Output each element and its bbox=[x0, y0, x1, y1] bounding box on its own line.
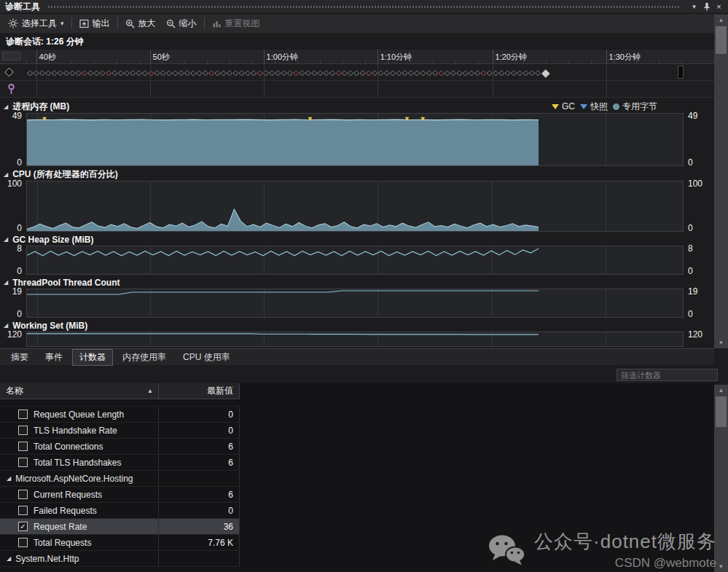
event-diamond[interactable]: ◇ bbox=[93, 64, 99, 80]
event-diamond[interactable]: ◇ bbox=[142, 64, 148, 80]
event-diamond[interactable]: ◇ bbox=[402, 64, 407, 80]
counter-checkbox[interactable]: ✓ bbox=[18, 522, 28, 531]
counter-row[interactable]: Current Requests6 bbox=[0, 487, 240, 503]
tab-summary[interactable]: 摘要 bbox=[4, 349, 36, 366]
event-diamond[interactable]: ◇ bbox=[57, 64, 63, 80]
counter-row[interactable]: Total Connections6 bbox=[0, 439, 240, 455]
scrollbar-thumb[interactable] bbox=[716, 26, 727, 54]
event-diamond[interactable]: ◇ bbox=[27, 64, 33, 80]
counter-checkbox[interactable] bbox=[18, 426, 28, 435]
event-diamond[interactable]: ◇ bbox=[275, 64, 281, 80]
event-diamond[interactable]: ◇ bbox=[517, 64, 522, 80]
event-diamond[interactable]: ◇ bbox=[196, 64, 202, 80]
event-diamond[interactable]: ◇ bbox=[511, 64, 517, 80]
event-diamond[interactable]: ◇ bbox=[208, 64, 214, 80]
scroll-up-arrow[interactable]: ▲ bbox=[714, 15, 728, 26]
event-diamond[interactable]: ◇ bbox=[348, 64, 353, 80]
filter-counters-input[interactable] bbox=[617, 369, 718, 381]
working-set-chart[interactable] bbox=[26, 332, 684, 347]
event-diamond[interactable]: ◇ bbox=[238, 64, 244, 80]
tab-events[interactable]: 事件 bbox=[38, 349, 70, 366]
event-diamond[interactable]: ◇ bbox=[469, 64, 474, 80]
event-diamond[interactable]: ◇ bbox=[438, 64, 444, 80]
event-diamond[interactable]: ◇ bbox=[82, 64, 87, 80]
event-diamond[interactable]: ◇ bbox=[420, 64, 426, 80]
zoom-out-button[interactable]: 缩小 bbox=[161, 15, 202, 32]
counter-row[interactable]: ✓Request Rate36 bbox=[0, 519, 240, 535]
event-diamond[interactable]: ◇ bbox=[190, 64, 196, 80]
event-diamond[interactable]: ◇ bbox=[324, 64, 329, 80]
collapse-icon[interactable]: ◢ bbox=[4, 279, 8, 286]
event-diamond[interactable]: ◇ bbox=[341, 64, 347, 80]
scroll-down-arrow[interactable]: ▼ bbox=[714, 337, 728, 348]
counter-row[interactable]: Failed Requests0 bbox=[0, 503, 240, 519]
gc-heap-chart[interactable] bbox=[26, 246, 684, 275]
cpu-chart[interactable] bbox=[26, 181, 684, 232]
charts-scrollbar[interactable]: ▲ ▼ bbox=[714, 15, 728, 348]
titlebar-grip[interactable] bbox=[47, 5, 681, 9]
track-end-handle[interactable] bbox=[678, 66, 684, 79]
zoom-in-button[interactable]: 放大 bbox=[120, 15, 161, 32]
event-diamond[interactable]: ◇ bbox=[214, 64, 220, 80]
counter-row[interactable]: Total TLS Handshakes6 bbox=[0, 455, 240, 471]
event-diamond[interactable]: ◇ bbox=[329, 64, 335, 80]
event-diamond[interactable]: ◇ bbox=[414, 64, 420, 80]
event-diamond[interactable]: ◇ bbox=[75, 64, 81, 80]
scrollbar-thumb[interactable] bbox=[716, 396, 727, 427]
event-diamond[interactable]: ◇ bbox=[51, 64, 57, 80]
event-diamond[interactable]: ◇ bbox=[408, 64, 414, 80]
event-diamond[interactable]: ◇ bbox=[522, 64, 528, 80]
event-diamond[interactable]: ◇ bbox=[269, 64, 275, 80]
select-tool-button[interactable]: 选择工具 ▾ bbox=[3, 15, 69, 32]
tab-counters[interactable]: 计数器 bbox=[72, 349, 113, 366]
event-diamond[interactable]: ◆ bbox=[541, 64, 550, 80]
event-diamond[interactable]: ◇ bbox=[396, 64, 402, 80]
event-diamond[interactable]: ◇ bbox=[293, 64, 299, 80]
event-diamond[interactable]: ◇ bbox=[245, 64, 251, 80]
counter-group-row[interactable]: ◢Microsoft.AspNetCore.Hosting bbox=[0, 471, 240, 487]
event-diamond[interactable]: ◇ bbox=[63, 64, 69, 80]
event-diamond[interactable]: ◇ bbox=[111, 64, 117, 80]
event-diamond[interactable]: ◇ bbox=[529, 64, 535, 80]
window-menu-button[interactable]: ▾ bbox=[688, 1, 700, 12]
event-diamond[interactable]: ◇ bbox=[160, 64, 166, 80]
event-diamond[interactable]: ◇ bbox=[462, 64, 468, 80]
counter-checkbox[interactable] bbox=[18, 458, 28, 467]
event-diamond[interactable]: ◇ bbox=[39, 64, 45, 80]
column-header-name[interactable]: 名称 ▲ bbox=[0, 383, 159, 399]
timeline-ruler-track[interactable]: 40秒50秒1:00分钟1:10分钟1:20分钟1:30分钟 bbox=[26, 50, 684, 63]
pin-button[interactable] bbox=[700, 1, 713, 12]
event-diamond[interactable]: ◇ bbox=[450, 64, 456, 80]
event-diamond[interactable]: ◇ bbox=[366, 64, 372, 80]
event-diamond[interactable]: ◇ bbox=[203, 64, 208, 80]
counter-row[interactable]: Total Requests7.76 K bbox=[0, 535, 240, 551]
event-diamond[interactable]: ◇ bbox=[335, 64, 341, 80]
column-header-latest-value[interactable]: 最新值 bbox=[159, 383, 240, 399]
event-diamond[interactable]: ◇ bbox=[535, 64, 541, 80]
collapse-icon[interactable]: ◢ bbox=[4, 103, 8, 110]
event-diamond[interactable]: ◇ bbox=[426, 64, 432, 80]
event-diamond[interactable]: ◇ bbox=[148, 64, 154, 80]
counter-checkbox[interactable] bbox=[18, 506, 28, 515]
counter-checkbox[interactable] bbox=[18, 410, 28, 419]
event-diamond[interactable]: ◇ bbox=[172, 64, 178, 80]
event-diamond[interactable]: ◇ bbox=[353, 64, 359, 80]
event-diamond[interactable]: ◇ bbox=[227, 64, 232, 80]
event-diamond[interactable]: ◇ bbox=[281, 64, 286, 80]
event-diamond[interactable]: ◇ bbox=[100, 64, 106, 80]
counter-row[interactable]: TLS Handshake Rate0 bbox=[0, 423, 240, 439]
threadpool-chart[interactable] bbox=[26, 289, 684, 318]
event-diamond[interactable]: ◇ bbox=[232, 64, 238, 80]
event-diamond[interactable]: ◇ bbox=[493, 64, 498, 80]
expander-icon[interactable]: ◢ bbox=[7, 555, 11, 562]
counter-row[interactable]: Request Queue Length0 bbox=[0, 407, 240, 423]
event-diamond[interactable]: ◇ bbox=[504, 64, 510, 80]
event-diamond[interactable]: ◇ bbox=[305, 64, 311, 80]
event-diamond[interactable]: ◇ bbox=[178, 64, 184, 80]
event-diamond[interactable]: ◇ bbox=[184, 64, 190, 80]
counter-checkbox[interactable] bbox=[18, 538, 28, 547]
timeline-ruler[interactable]: 40秒50秒1:00分钟1:10分钟1:20分钟1:30分钟 bbox=[0, 50, 714, 64]
event-diamond[interactable]: ◇ bbox=[117, 64, 123, 80]
counter-group-row[interactable]: ◢System.Net.Http bbox=[0, 551, 240, 567]
event-diamond[interactable]: ◇ bbox=[69, 64, 75, 80]
